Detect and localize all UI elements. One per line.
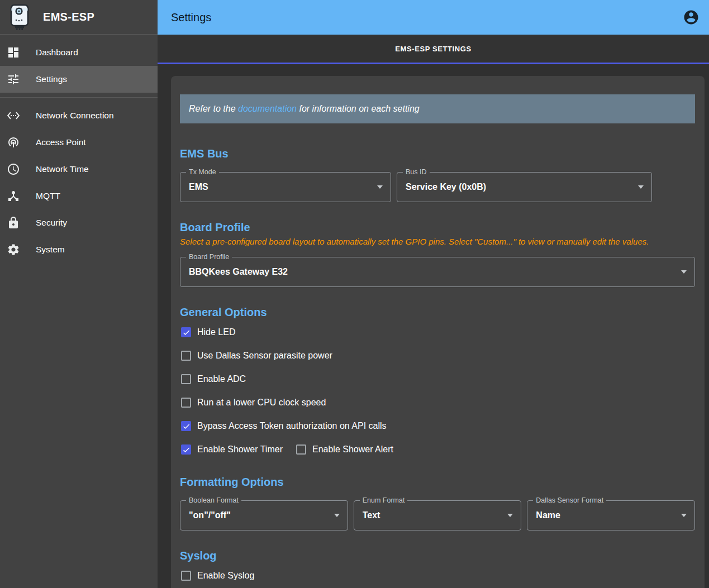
sidebar-item-dashboard[interactable]: Dashboard bbox=[0, 39, 158, 66]
tab-ems-esp-settings[interactable]: EMS-ESP SETTINGS bbox=[158, 35, 709, 64]
section-title-ems-bus: EMS Bus bbox=[180, 147, 695, 160]
select-value: EMS bbox=[189, 182, 377, 192]
select-dallas-sensor-format[interactable]: Dallas Sensor Format Name bbox=[527, 500, 695, 530]
section-title-syslog: Syslog bbox=[180, 549, 695, 562]
sidebar-item-label: Settings bbox=[36, 74, 67, 84]
tune-icon bbox=[7, 73, 20, 86]
clock-icon bbox=[7, 162, 20, 176]
select-value: Service Key (0x0B) bbox=[406, 182, 638, 192]
checkbox-shower-timer[interactable]: Enable Shower Timer bbox=[180, 444, 283, 455]
select-value: Name bbox=[536, 510, 681, 520]
ems-bus-fields: Tx Mode EMS Bus ID Service Key (0x0B) bbox=[180, 172, 695, 202]
select-board-profile[interactable]: Board Profile BBQKees Gateway E32 bbox=[180, 257, 695, 287]
app-root: EMS-ESP Dashboard Settings bbox=[0, 0, 709, 588]
nav-group-secondary: Network Connection Access Point Network … bbox=[0, 98, 158, 267]
checkbox-enable-syslog[interactable]: Enable Syslog bbox=[180, 571, 254, 581]
sidebar-item-system[interactable]: System bbox=[0, 236, 158, 263]
dropdown-arrow-icon bbox=[681, 270, 687, 274]
sidebar-item-access-point[interactable]: Access Point bbox=[0, 129, 158, 156]
sidebar-item-settings[interactable]: Settings bbox=[0, 66, 158, 93]
checkbox-row-shower: Enable Shower Timer Enable Shower Alert bbox=[180, 438, 695, 461]
nav-group-primary: Dashboard Settings bbox=[0, 35, 158, 97]
checkbox-row: Run at a lower CPU clock speed bbox=[180, 391, 695, 414]
checkbox-shower-alert[interactable]: Enable Shower Alert bbox=[295, 444, 393, 455]
tab-label: EMS-ESP SETTINGS bbox=[395, 45, 472, 53]
section-title-board-profile: Board Profile bbox=[180, 221, 695, 234]
checkbox-label: Enable Shower Alert bbox=[312, 444, 393, 455]
checkbox-box[interactable] bbox=[181, 327, 191, 337]
checkbox-label: Run at a lower CPU clock speed bbox=[197, 398, 326, 408]
select-enum-format[interactable]: Enum Format Text bbox=[354, 500, 522, 530]
dropdown-arrow-icon bbox=[681, 514, 687, 517]
checkbox-bypass-token[interactable]: Bypass Access Token authorization on API… bbox=[180, 421, 387, 431]
checkbox-lower-cpu-speed[interactable]: Run at a lower CPU clock speed bbox=[180, 398, 326, 408]
info-banner: Refer to the documentation for informati… bbox=[180, 94, 695, 123]
sidebar-item-mqtt[interactable]: MQTT bbox=[0, 183, 158, 209]
checkbox-label: Enable ADC bbox=[197, 374, 246, 384]
sidebar-item-label: Network Time bbox=[36, 164, 89, 174]
checkbox-box[interactable] bbox=[181, 444, 191, 455]
checkbox-row: Enable ADC bbox=[180, 367, 695, 391]
content-area: Refer to the documentation for informati… bbox=[158, 64, 709, 588]
checkbox-box[interactable] bbox=[181, 351, 191, 361]
checkbox-box[interactable] bbox=[181, 421, 191, 431]
select-label: Dallas Sensor Format bbox=[533, 496, 606, 505]
checkbox-label: Enable Shower Timer bbox=[197, 444, 283, 455]
device-hub-icon bbox=[7, 189, 20, 203]
checkbox-label: Bypass Access Token authorization on API… bbox=[197, 421, 387, 431]
checkbox-box[interactable] bbox=[181, 571, 191, 581]
checkbox-box[interactable] bbox=[296, 444, 306, 455]
check-icon bbox=[182, 328, 191, 337]
banner-text-before: Refer to the bbox=[189, 104, 238, 113]
lock-icon bbox=[7, 216, 20, 230]
checkbox-label: Use Dallas Sensor parasite power bbox=[197, 351, 332, 361]
sidebar-item-network-connection[interactable]: Network Connection bbox=[0, 102, 158, 129]
info-banner-text: Refer to the documentation for informati… bbox=[189, 104, 420, 114]
select-bus-id[interactable]: Bus ID Service Key (0x0B) bbox=[397, 172, 652, 202]
sidebar-item-label: System bbox=[36, 245, 65, 255]
select-label: Bus ID bbox=[403, 168, 430, 176]
checkbox-row: Use Dallas Sensor parasite power bbox=[180, 344, 695, 367]
account-circle-icon bbox=[683, 9, 700, 26]
app-bar: Settings bbox=[158, 0, 709, 35]
formatting-fields: Boolean Format "on"/"off" Enum Format Te… bbox=[180, 500, 695, 530]
gear-icon bbox=[7, 243, 20, 256]
checkbox-box[interactable] bbox=[181, 374, 191, 384]
app-title: EMS-ESP bbox=[43, 11, 94, 23]
sidebar-item-network-time[interactable]: Network Time bbox=[0, 156, 158, 183]
select-value: BBQKees Gateway E32 bbox=[189, 267, 681, 277]
sidebar-header: EMS-ESP bbox=[0, 0, 158, 35]
checkbox-hide-led[interactable]: Hide LED bbox=[180, 327, 235, 337]
settings-card: Refer to the documentation for informati… bbox=[171, 76, 705, 588]
checkbox-label: Enable Syslog bbox=[197, 571, 254, 581]
dropdown-arrow-icon bbox=[377, 185, 383, 189]
dashboard-icon bbox=[7, 46, 20, 59]
main-area: Settings EMS-ESP SETTINGS Refer to the d… bbox=[158, 0, 709, 588]
checkbox-dallas-parasite[interactable]: Use Dallas Sensor parasite power bbox=[180, 351, 332, 361]
select-value: "on"/"off" bbox=[189, 510, 334, 520]
checkbox-row: Bypass Access Token authorization on API… bbox=[180, 414, 695, 438]
documentation-link[interactable]: documentation bbox=[238, 104, 297, 113]
select-label: Board Profile bbox=[186, 253, 232, 261]
select-tx-mode[interactable]: Tx Mode EMS bbox=[180, 172, 391, 202]
page-title: Settings bbox=[171, 11, 679, 24]
dropdown-arrow-icon bbox=[638, 185, 644, 189]
checkbox-box[interactable] bbox=[181, 398, 191, 408]
sidebar: EMS-ESP Dashboard Settings bbox=[0, 0, 158, 588]
checkbox-row: Hide LED bbox=[180, 321, 695, 344]
check-icon bbox=[182, 446, 191, 454]
sidebar-item-security[interactable]: Security bbox=[0, 209, 158, 236]
ems-esp-logo-icon bbox=[9, 4, 30, 31]
select-label: Tx Mode bbox=[186, 168, 219, 176]
select-label: Enum Format bbox=[360, 496, 408, 505]
select-boolean-format[interactable]: Boolean Format "on"/"off" bbox=[180, 500, 348, 530]
section-title-general-options: General Options bbox=[180, 306, 695, 319]
checkbox-enable-adc[interactable]: Enable ADC bbox=[180, 374, 246, 384]
check-icon bbox=[182, 422, 191, 431]
select-label: Boolean Format bbox=[186, 496, 241, 505]
sidebar-item-label: Security bbox=[36, 218, 67, 228]
section-title-formatting-options: Formatting Options bbox=[180, 476, 695, 489]
account-button[interactable] bbox=[679, 5, 703, 30]
sidebar-nav: Dashboard Settings Network Connection bbox=[0, 35, 158, 267]
sidebar-item-label: MQTT bbox=[36, 191, 60, 201]
